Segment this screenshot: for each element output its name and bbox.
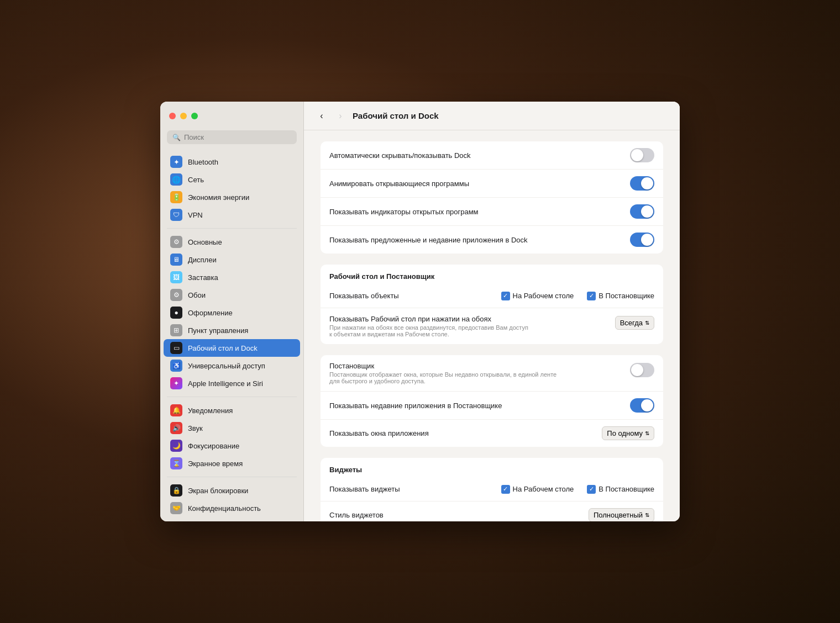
sidebar-item-label: Рабочий стол и Dock [188, 344, 258, 352]
checkbox-desktop[interactable]: ✓ На Рабочем столе [501, 292, 574, 300]
show-app-windows-value: По одному [607, 429, 643, 437]
sound-icon: 🔊 [170, 422, 182, 434]
sidebar-item-label: Экранное время [188, 460, 243, 468]
checkbox-widgets-stage-label: В Постановщике [599, 485, 654, 493]
sidebar-item-label: Экономия энергии [188, 193, 249, 202]
search-bar[interactable]: 🔍 [167, 130, 297, 144]
sidebar-item-label: Оформление [188, 309, 233, 317]
sidebar-item-label: Экран блокировки [188, 487, 248, 495]
titlebar [160, 102, 303, 130]
show-desktop-label: Показывать Рабочий стол при нажатии на о… [329, 315, 615, 323]
wallpaper-icon: ⚙ [170, 289, 182, 301]
checkbox-widgets-desktop-box: ✓ [501, 485, 510, 494]
main-header: ‹ › Рабочий стол и Dock [304, 102, 680, 130]
toggle-knob [641, 177, 653, 189]
desktop-stage-heading: Рабочий стол и Постановщик [321, 265, 663, 284]
sidebar-item-label: Заставка [188, 273, 218, 282]
checkbox-stage[interactable]: ✓ В Постановщике [587, 292, 654, 300]
widgets-section: Виджеты Показывать виджеты ✓ На Рабочем … [321, 458, 663, 521]
sidebar-item-desktop-dock[interactable]: ▭ Рабочий стол и Dock [164, 339, 300, 357]
bluetooth-icon: ✦ [170, 156, 182, 168]
sidebar-item-label: Универсальный доступ [188, 362, 265, 370]
network-icon: 🌐 [170, 173, 182, 186]
control-center-icon: ⊞ [170, 324, 182, 336]
sidebar-item-vpn[interactable]: 🛡 VPN [164, 206, 300, 224]
checkbox-desktop-box: ✓ [501, 292, 510, 300]
vpn-icon: 🛡 [170, 209, 182, 221]
sidebar-item-network[interactable]: 🌐 Сеть [164, 171, 300, 188]
show-widgets-row: Показывать виджеты ✓ На Рабочем столе ✓ … [321, 477, 663, 501]
show-desktop-dropdown[interactable]: Всегда ⇅ [615, 316, 654, 330]
forward-button[interactable]: › [334, 109, 347, 123]
sidebar-item-focus[interactable]: 🌙 Фокусирование [164, 437, 300, 455]
checkbox-widgets-desktop[interactable]: ✓ На Рабочем столе [501, 485, 574, 494]
sidebar-item-label: Bluetooth [188, 158, 218, 166]
widget-style-control: Полноцветный ⇅ [589, 508, 654, 521]
stage-manager-label-wrap: Постановщик Постановщик отображает окна,… [329, 362, 630, 384]
widget-style-dropdown[interactable]: Полноцветный ⇅ [589, 508, 654, 521]
chevron-icon: ⇅ [645, 430, 649, 436]
sidebar-divider-3 [167, 477, 297, 477]
indicators-toggle[interactable] [630, 204, 654, 219]
show-widgets-label: Показывать виджеты [329, 485, 501, 493]
checkbox-stage-label: В Постановщике [599, 292, 654, 300]
sidebar-item-sound[interactable]: 🔊 Звук [164, 419, 300, 437]
checkbox-widgets-stage-box: ✓ [587, 485, 596, 494]
sidebar-item-wallpaper[interactable]: ⚙ Обои [164, 286, 300, 304]
widgets-heading: Виджеты [321, 458, 663, 477]
toggle-knob [641, 234, 653, 246]
auto-hide-toggle[interactable] [630, 148, 654, 162]
main-panel: ‹ › Рабочий стол и Dock Автоматически ск… [304, 102, 680, 521]
chevron-up-down-icon: ⇅ [645, 320, 649, 326]
siri-icon: ✦ [170, 377, 182, 389]
sidebar-item-screen-time[interactable]: ⌛ Экранное время [164, 455, 300, 472]
sidebar-item-bluetooth[interactable]: ✦ Bluetooth [164, 153, 300, 171]
show-app-windows-dropdown[interactable]: По одному ⇅ [602, 426, 654, 440]
sidebar-item-notifications[interactable]: 🔔 Уведомления [164, 402, 300, 419]
sidebar-item-battery[interactable]: 🔋 Экономия энергии [164, 188, 300, 206]
sidebar-item-appearance[interactable]: ● Оформление [164, 304, 300, 321]
sidebar-item-control-center[interactable]: ⊞ Пункт управления [164, 321, 300, 339]
sidebar-item-general[interactable]: ⚙ Основные [164, 233, 300, 251]
sidebar-item-lock-screen[interactable]: 🔒 Экран блокировки [164, 482, 300, 499]
show-desktop-control: Всегда ⇅ [615, 316, 654, 330]
dock-settings-section: Автоматически скрывать/показывать Dock А… [321, 141, 663, 254]
sidebar-section-appearance: ⚙ Основные 🖥 Дисплеи 🖼 Заставка ⚙ Обои ● [160, 232, 303, 393]
auto-hide-label: Автоматически скрывать/показывать Dock [329, 151, 630, 160]
stage-manager-control [630, 363, 654, 377]
stage-manager-row: Постановщик Постановщик отображает окна,… [321, 355, 663, 392]
sidebar-item-accessibility[interactable]: ♿ Универсальный доступ [164, 357, 300, 374]
recent-apps-toggle[interactable] [630, 233, 654, 247]
widget-style-row: Стиль виджетов Полноцветный ⇅ [321, 501, 663, 521]
search-input[interactable] [184, 133, 291, 141]
search-icon: 🔍 [172, 134, 181, 141]
notifications-icon: 🔔 [170, 404, 182, 416]
show-recent-sm-toggle[interactable] [630, 398, 654, 413]
sidebar-item-label: Apple Intelligence и Siri [188, 379, 263, 388]
sidebar-item-label: Пункт управления [188, 326, 248, 335]
show-app-windows-control: По одному ⇅ [602, 426, 654, 440]
indicators-label: Показывать индикаторы открытых программ [329, 208, 630, 216]
animate-toggle[interactable] [630, 176, 654, 191]
page-title: Рабочий стол и Dock [353, 111, 439, 120]
show-desktop-dropdown-value: Всегда [620, 319, 643, 327]
sidebar-item-label: Сеть [188, 176, 204, 184]
sidebar-item-displays[interactable]: 🖥 Дисплеи [164, 251, 300, 268]
maximize-button[interactable] [191, 113, 198, 119]
show-recent-sm-control [630, 398, 654, 413]
checkbox-widgets-stage[interactable]: ✓ В Постановщике [587, 485, 654, 494]
minimize-button[interactable] [180, 113, 187, 119]
screensaver-icon: 🖼 [170, 271, 182, 283]
desktop-dock-icon: ▭ [170, 342, 182, 354]
sidebar-item-siri[interactable]: ✦ Apple Intelligence и Siri [164, 374, 300, 392]
stage-manager-toggle[interactable] [630, 363, 654, 377]
back-button[interactable]: ‹ [315, 109, 328, 123]
lock-screen-icon: 🔒 [170, 484, 182, 497]
stage-manager-sublabel: Постановщик отображает окна, которые Вы … [329, 371, 630, 384]
battery-icon: 🔋 [170, 191, 182, 203]
sidebar-item-screensaver[interactable]: 🖼 Заставка [164, 268, 300, 286]
close-button[interactable] [169, 113, 176, 119]
show-desktop-label-wrap: Показывать Рабочий стол при нажатии на о… [329, 315, 615, 337]
animate-control [630, 176, 654, 191]
sidebar-item-privacy[interactable]: 🤝 Конфиденциальность [164, 499, 300, 517]
